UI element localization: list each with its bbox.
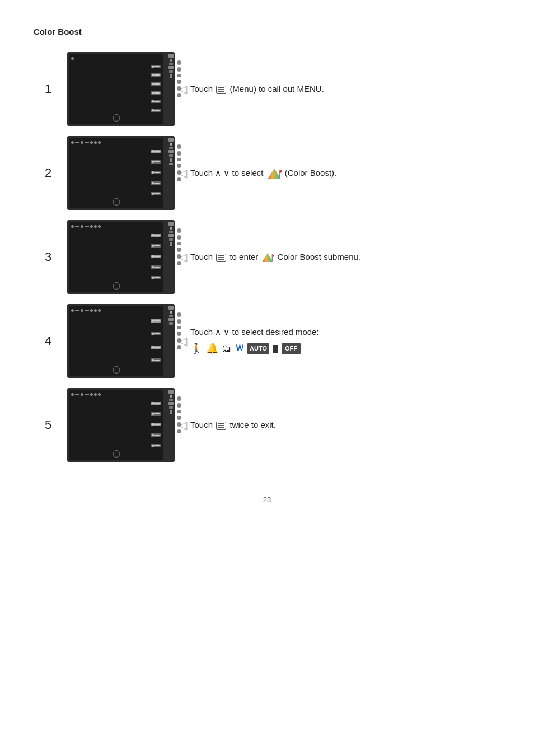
step-row-4: 4 (34, 304, 500, 378)
svg-marker-3 (280, 170, 282, 173)
page-number: 23 (34, 496, 500, 504)
menu-icon-step1 (216, 86, 226, 94)
steps-container: 1 (34, 52, 500, 462)
svg-marker-5 (263, 254, 273, 262)
step-desc-4: Touch ∧ ∨ to select desired mode: 🚶 🔔 🗂 … (190, 325, 500, 356)
svg-rect-6 (272, 254, 273, 261)
bezel-buttons-4 (177, 312, 181, 349)
step-number-4: 4 (34, 334, 63, 348)
mode-icon-person: 🚶 (190, 341, 203, 357)
monitor-4: ◁ (67, 304, 175, 378)
step-desc-5: Touch twice to exit. (190, 418, 500, 431)
step-row-1: 1 (34, 52, 500, 126)
step-desc-2: Touch ∧ ∨ to select (190, 166, 500, 180)
step-row-2: 2 (34, 136, 500, 210)
bezel-buttons-2 (177, 144, 181, 181)
color-boost-icon-2 (267, 167, 282, 180)
step-row-3: 3 (34, 220, 500, 294)
svg-marker-1 (268, 169, 280, 179)
step5-text-touch: Touch (190, 420, 215, 430)
mode-badge-auto: AUTO (247, 343, 269, 354)
step3-text-touch: Touch (190, 252, 215, 262)
step4-line1: Touch ∧ ∨ to select desired mode: (190, 325, 500, 338)
bezel-buttons-3 (177, 228, 181, 265)
svg-rect-2 (279, 170, 280, 178)
step-number-2: 2 (34, 166, 63, 180)
section-title: Color Boost (34, 27, 500, 36)
step3-text-after: Color Boost submenu. (278, 252, 360, 262)
step1-text-touch: Touch (190, 84, 215, 94)
monitor-2: ◁ (67, 136, 175, 210)
color-boost-icon-3 (261, 252, 274, 263)
step2-text-touch: Touch ∧ ∨ to select (190, 168, 266, 178)
mode-badge-off: OFF (282, 343, 301, 354)
mode-icon-word: Ｗ (235, 342, 244, 356)
step-desc-1: Touch (Menu) to call out MENU. (190, 82, 500, 95)
step2-text-after: (Color Boost). (285, 168, 337, 178)
mode-rect (273, 345, 278, 353)
bezel-buttons-1 (177, 60, 181, 97)
step-row-5: 5 (34, 388, 500, 462)
step-number-3: 3 (34, 250, 63, 264)
step5-text-after: twice to exit. (229, 420, 276, 430)
step4-mode-icons: 🚶 🔔 🗂 Ｗ AUTO OFF (190, 341, 500, 357)
menu-icon-step3 (216, 254, 226, 262)
bezel-buttons-5 (177, 396, 181, 433)
mode-icon-movie: 🗂 (222, 341, 232, 357)
step1-text-after: (Menu) to call out MENU. (229, 84, 324, 94)
step3-text-to-enter: to enter (229, 252, 260, 262)
monitor-5: ◁ (67, 388, 175, 462)
mode-icon-leaf: 🔔 (206, 341, 218, 357)
step-number-5: 5 (34, 418, 63, 432)
monitor-1: ◁ (67, 52, 175, 126)
step-desc-3: Touch to enter (190, 250, 500, 263)
svg-marker-7 (273, 254, 274, 257)
monitor-3: ◁ (67, 220, 175, 294)
step-number-1: 1 (34, 82, 63, 96)
menu-icon-step5 (216, 422, 226, 430)
page-container: Color Boost 1 (0, 0, 534, 538)
